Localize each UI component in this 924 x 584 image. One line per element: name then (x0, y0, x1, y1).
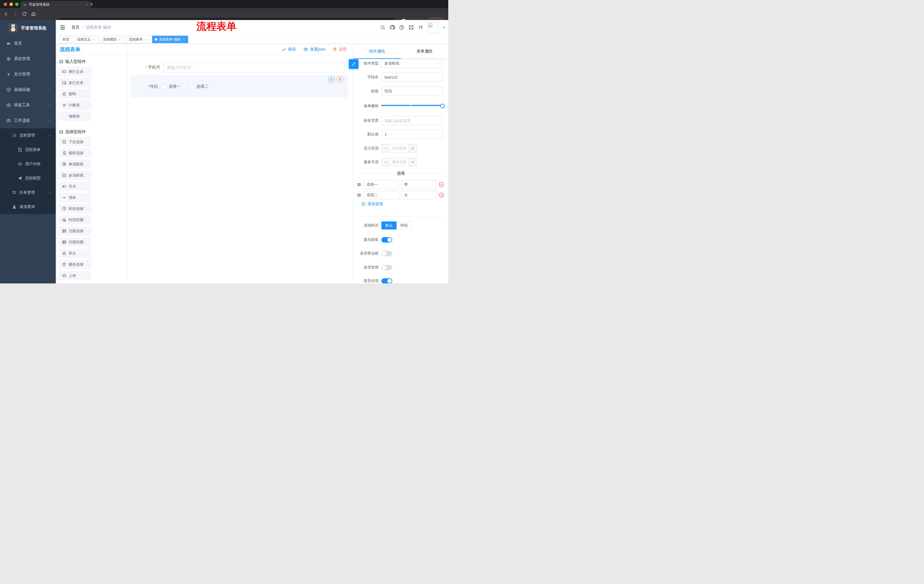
tag-close-icon[interactable] (182, 38, 185, 41)
phone-input[interactable] (164, 62, 345, 72)
github-icon[interactable] (390, 25, 395, 30)
font-size-icon[interactable]: TT (418, 25, 423, 30)
browser-tab[interactable]: 芋道管理系统 (20, 1, 91, 8)
sidebar-subitem-用户分组[interactable]: 用户分组 (0, 157, 56, 171)
copy-component-button[interactable] (328, 76, 335, 83)
home-button[interactable] (31, 12, 36, 16)
sidebar-item-首页[interactable]: 首页 (0, 36, 56, 51)
sidebar-subitem-任务管理[interactable]: 任务管理 (0, 186, 56, 200)
remove-option-button[interactable] (439, 182, 444, 188)
palette-item-时间范围[interactable]: 时间范围 (59, 215, 91, 225)
new-tab-button[interactable] (89, 2, 94, 6)
palette-item-多选框组[interactable]: 多选框组 (59, 171, 91, 180)
toggle-switch-off[interactable] (381, 265, 392, 270)
sidebar-item-基础设施[interactable]: 基础设施 (0, 82, 56, 97)
tab-component-props[interactable]: 组件属性 (353, 44, 401, 59)
option-name-input[interactable] (363, 191, 399, 199)
gender-option2-label[interactable]: 选项二 (196, 84, 208, 89)
content-scrollbar-gutter[interactable] (56, 20, 57, 283)
slider-track[interactable] (381, 105, 443, 106)
default-value-input[interactable] (381, 130, 443, 139)
delete-component-button[interactable] (337, 76, 343, 83)
palette-item-开关[interactable]: 开关 (59, 182, 91, 191)
gender-option2-checkbox[interactable] (190, 84, 194, 89)
tag-首页[interactable]: 首页 (59, 36, 72, 43)
sidebar-subitem-流程模型[interactable]: 流程模型 (0, 171, 56, 186)
tag-流程表单[interactable]: 流程表单 (126, 36, 150, 43)
minimize-window-button[interactable] (10, 3, 13, 6)
palette-item-计数器[interactable]: 123计数器 (59, 100, 91, 110)
tag-流程定义[interactable]: 流程定义 (74, 36, 98, 43)
palette-item-上传[interactable]: 上传 (59, 271, 91, 280)
palette-item-单选框组[interactable]: 单选框组 (59, 160, 91, 169)
toggle-switch-off[interactable] (381, 251, 392, 256)
sidebar-item-工作流程[interactable]: 工作流程 (0, 113, 56, 128)
sidebar-collapse-button[interactable] (60, 25, 66, 30)
palette-item-单行文本[interactable]: 单行文本 (59, 67, 91, 76)
gender-option1-label[interactable]: 选项一 (169, 84, 181, 89)
tab-form-props[interactable]: 表单属性 (401, 44, 448, 59)
toggle-switch-on[interactable] (381, 278, 392, 284)
fullscreen-icon[interactable] (409, 25, 414, 30)
sidebar-item-系统管理[interactable]: 系统管理 (0, 51, 56, 67)
tag-close-icon[interactable] (118, 38, 121, 41)
palette-item-多行文本[interactable]: 多行文本 (59, 78, 91, 87)
sidebar-subitem-流程表单[interactable]: 流程表单 (0, 143, 56, 157)
drag-handle-icon[interactable] (357, 193, 361, 197)
style-default-button[interactable]: 默认 (381, 221, 396, 229)
stepper-plus-button[interactable]: + (409, 144, 417, 152)
option-value-input[interactable] (401, 191, 437, 199)
palette-item-日期范围[interactable]: 日期范围 (59, 237, 91, 247)
search-icon[interactable] (380, 25, 385, 30)
min-select-stepper[interactable]: − 至少应选 + (381, 144, 417, 153)
reload-button[interactable] (22, 12, 27, 16)
avatar[interactable] (427, 22, 438, 33)
stepper-minus-button[interactable]: − (382, 158, 390, 166)
palette-item-日期选择[interactable]: 日期选择 (59, 226, 91, 236)
clear-button[interactable]: 清空 (333, 47, 347, 52)
tag-close-icon[interactable] (144, 38, 147, 41)
palette-item-滑块[interactable]: 滑块 (59, 193, 91, 202)
add-option-button[interactable]: 添加选项 (361, 201, 383, 207)
style-button-button[interactable]: 按钮 (396, 221, 412, 229)
tab-close-icon[interactable] (85, 3, 89, 6)
selected-component[interactable]: *性别 选项一 选项二 (130, 75, 348, 97)
palette-item-密码[interactable]: 密码 (59, 89, 91, 99)
help-icon[interactable] (399, 25, 404, 30)
sidebar-subitem-请假查询[interactable]: 请假查询 (0, 200, 56, 214)
view-json-button[interactable]: 查看json (303, 47, 325, 52)
slider-handle[interactable] (440, 104, 445, 108)
palette-item-下拉选择[interactable]: 下拉选择 (59, 137, 91, 146)
remove-option-button[interactable] (439, 192, 444, 198)
zoom-window-button[interactable] (15, 3, 18, 6)
max-select-stepper[interactable]: − 最多可选 + (381, 158, 417, 166)
palette-item-编辑器[interactable]: 编辑器 (59, 112, 91, 121)
save-button[interactable]: 保存 (282, 47, 296, 52)
back-button[interactable] (3, 12, 8, 16)
label-width-input[interactable] (381, 116, 443, 125)
tag-close-icon[interactable] (92, 38, 95, 41)
toggle-switch-on[interactable] (381, 237, 392, 243)
palette-item-颜色选择[interactable]: 颜色选择 (59, 260, 91, 269)
sidebar-item-支付管理[interactable]: ¥支付管理 (0, 67, 56, 82)
forward-button[interactable] (13, 12, 18, 16)
option-value-input[interactable] (401, 180, 437, 189)
drag-handle-icon[interactable] (357, 182, 361, 187)
tag-流程模型[interactable]: 流程模型 (100, 36, 124, 43)
field-name-input[interactable] (381, 72, 443, 82)
palette-item-时间选择[interactable]: 时间选择 (59, 204, 91, 214)
title-input[interactable] (381, 87, 443, 96)
component-type-select[interactable]: 多选框组 (381, 59, 443, 68)
palette-item-评分[interactable]: 评分 (59, 248, 91, 258)
user-menu-caret-icon[interactable] (442, 26, 446, 29)
grid-slider[interactable] (381, 101, 443, 111)
stepper-minus-button[interactable]: − (382, 144, 390, 152)
sidebar-item-研发工具[interactable]: 研发工具 (0, 97, 56, 113)
breadcrumb-home[interactable]: 首页 (71, 25, 79, 30)
stepper-plus-button[interactable]: + (409, 158, 417, 166)
option-name-input[interactable] (363, 180, 399, 189)
palette-item-级联选择[interactable]: 级联选择 (59, 148, 91, 158)
close-window-button[interactable] (4, 3, 7, 6)
tag-流程表单-编辑[interactable]: 流程表单-编辑 (152, 36, 188, 43)
app-logo[interactable]: 芋道管理系统 (0, 20, 56, 36)
